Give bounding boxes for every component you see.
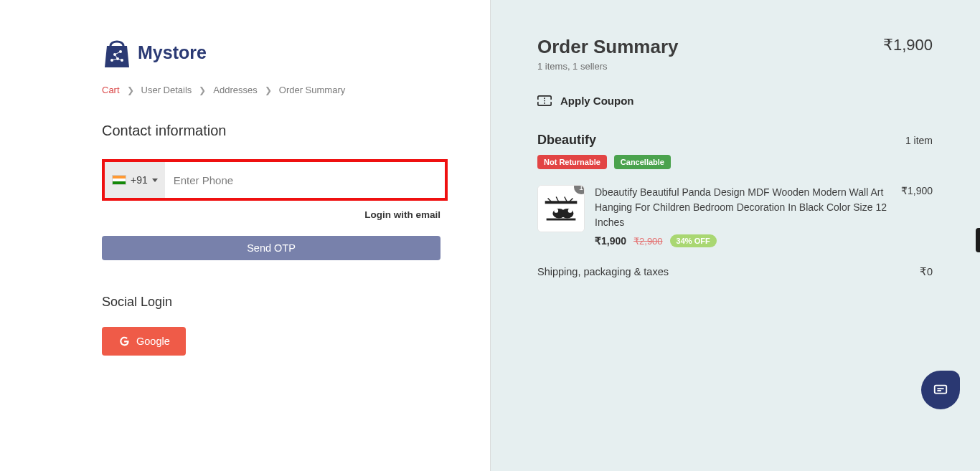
svg-point-11 bbox=[550, 100, 552, 102]
chevron-down-icon bbox=[152, 179, 158, 182]
chat-icon bbox=[933, 382, 948, 398]
order-summary-title: Order Summary bbox=[537, 36, 679, 58]
discount-badge: 34% OFF bbox=[670, 234, 717, 247]
social-login-heading: Social Login bbox=[102, 295, 490, 310]
login-with-email-link[interactable]: Login with email bbox=[102, 209, 440, 220]
breadcrumb-addresses[interactable]: Addresses bbox=[213, 85, 257, 95]
contact-heading: Contact information bbox=[102, 123, 490, 139]
badge-cancellable: Cancellable bbox=[614, 155, 671, 169]
cart-item: 1 Dbeautify Beautiful Panda Design MDF W… bbox=[537, 185, 933, 247]
breadcrumb: Cart ❯ User Details ❯ Addresses ❯ Order … bbox=[102, 85, 490, 95]
breadcrumb-user-details[interactable]: User Details bbox=[141, 85, 192, 95]
apply-coupon-button[interactable]: Apply Coupon bbox=[537, 95, 933, 107]
price-original: ₹2,900 bbox=[633, 236, 663, 247]
svg-point-17 bbox=[568, 209, 573, 213]
logo-text: Mystore bbox=[138, 42, 207, 63]
india-flag-icon bbox=[112, 175, 126, 185]
chevron-right-icon: ❯ bbox=[127, 85, 134, 95]
order-summary-sub: 1 items, 1 sellers bbox=[537, 61, 679, 72]
seller-badges: Not Returnable Cancellable bbox=[537, 155, 933, 169]
line-total: ₹1,900 bbox=[901, 185, 933, 247]
badge-not-returnable: Not Returnable bbox=[537, 155, 607, 169]
chevron-right-icon: ❯ bbox=[265, 85, 272, 95]
bag-icon bbox=[102, 36, 132, 69]
phone-input[interactable] bbox=[165, 162, 445, 198]
google-label: Google bbox=[136, 336, 170, 347]
country-code: +91 bbox=[131, 174, 148, 186]
send-otp-button[interactable]: Send OTP bbox=[102, 236, 440, 260]
country-code-selector[interactable]: +91 bbox=[105, 162, 165, 198]
seller-name: Dbeautify bbox=[537, 133, 596, 148]
svg-point-16 bbox=[554, 209, 558, 213]
chat-fab[interactable] bbox=[921, 371, 960, 409]
google-icon bbox=[118, 335, 131, 348]
seller-item-count: 1 item bbox=[905, 135, 933, 146]
price-current: ₹1,900 bbox=[595, 235, 626, 247]
svg-point-10 bbox=[537, 100, 540, 102]
shipping-value: ₹0 bbox=[920, 266, 933, 277]
product-thumbnail[interactable]: 1 bbox=[537, 185, 585, 232]
coupon-label: Apply Coupon bbox=[560, 95, 633, 107]
svg-rect-18 bbox=[547, 219, 576, 221]
side-feedback-tab[interactable] bbox=[976, 228, 980, 252]
breadcrumb-order-summary[interactable]: Order Summary bbox=[279, 85, 345, 95]
breadcrumb-cart[interactable]: Cart bbox=[102, 85, 120, 95]
google-login-button[interactable]: Google bbox=[102, 327, 186, 356]
phone-input-group: +91 bbox=[102, 159, 448, 201]
shipping-label: Shipping, packaging & taxes bbox=[537, 266, 669, 277]
order-total: ₹1,900 bbox=[883, 36, 933, 54]
product-title[interactable]: Dbeautify Beautiful Panda Design MDF Woo… bbox=[595, 185, 891, 230]
store-logo[interactable]: Mystore bbox=[102, 36, 490, 69]
chevron-right-icon: ❯ bbox=[199, 85, 206, 95]
coupon-icon bbox=[537, 95, 552, 106]
